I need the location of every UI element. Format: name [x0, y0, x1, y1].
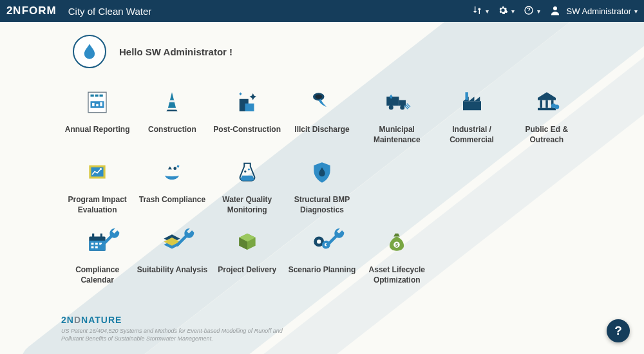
- greeting-text: Hello SW Administrator !: [119, 46, 232, 57]
- patent-text: US Patent 16/404,520 Systems and Methods…: [61, 327, 287, 342]
- chevron-down-icon: ▾: [511, 8, 515, 15]
- footer-brand: 2NDNATURE: [61, 315, 287, 325]
- help-icon: [524, 5, 534, 17]
- module-label: Post-Construction: [213, 125, 281, 135]
- help-bubble-label: ?: [614, 324, 622, 338]
- module-label: Structural BMP Diagnostics: [287, 195, 357, 215]
- svg-rect-38: [91, 247, 94, 248]
- module-trash-compliance[interactable]: Trash Compliance: [136, 159, 208, 215]
- brand-suffix: FORM: [22, 5, 57, 17]
- chart-card-icon: [84, 160, 110, 187]
- city-title: City of Clean Water: [68, 6, 152, 17]
- footer-brand-prefix: 2N: [61, 315, 74, 325]
- module-structural-bmp-diagnostics[interactable]: Structural BMP Diagnostics: [286, 159, 358, 215]
- svg-rect-11: [245, 104, 254, 111]
- module-label: Program Impact Evaluation: [62, 195, 133, 215]
- gear-icon: [498, 5, 508, 17]
- svg-rect-7: [92, 103, 95, 106]
- module-label: Public Ed & Outreach: [511, 125, 582, 145]
- wrench-badge-icon: [97, 225, 123, 252]
- pipe-discharge-icon: [307, 89, 337, 118]
- svg-rect-9: [100, 102, 103, 106]
- svg-point-25: [554, 105, 559, 109]
- svg-rect-30: [177, 165, 180, 168]
- svg-point-32: [248, 169, 250, 171]
- institution-people-icon: [532, 89, 562, 118]
- brand-logo: 2NFORM: [6, 5, 57, 17]
- module-program-impact-evaluation[interactable]: Program Impact Evaluation: [61, 159, 133, 215]
- svg-rect-14: [387, 97, 399, 106]
- greeting-row: Hello SW Administrator !: [61, 35, 583, 68]
- svg-point-43: [317, 240, 321, 244]
- svg-rect-20: [540, 100, 542, 108]
- module-suitability-analysis[interactable]: Suitability Analysis: [136, 229, 208, 285]
- package-icon: [234, 230, 260, 257]
- module-label: Municipal Maintenance: [361, 125, 432, 145]
- svg-rect-19: [465, 92, 468, 100]
- module-label: Scenario Planning: [289, 265, 356, 275]
- factory-icon: [457, 89, 487, 118]
- svg-point-13: [315, 95, 322, 99]
- user-icon: [549, 5, 561, 18]
- svg-text:$: $: [395, 243, 398, 248]
- traffic-cone-icon: [157, 89, 187, 118]
- module-project-delivery[interactable]: Project Delivery: [211, 229, 283, 285]
- help-menu[interactable]: ▾: [524, 5, 540, 17]
- svg-point-31: [244, 171, 246, 172]
- module-construction[interactable]: Construction: [136, 89, 208, 145]
- module-label: Trash Compliance: [139, 195, 205, 205]
- svg-rect-18: [463, 101, 481, 110]
- module-label: Annual Reporting: [65, 125, 130, 135]
- svg-rect-4: [95, 95, 99, 97]
- module-industrial-commercial[interactable]: Industrial / Commercial: [435, 89, 507, 145]
- svg-rect-15: [399, 100, 406, 106]
- module-public-ed-outreach[interactable]: Public Ed & Outreach: [511, 89, 583, 145]
- svg-point-17: [401, 105, 405, 109]
- module-label: Water Quality Monitoring: [212, 195, 283, 215]
- module-municipal-maintenance[interactable]: Municipal Maintenance: [361, 89, 433, 145]
- wrench-badge-icon: [172, 225, 198, 252]
- user-name-label: SW Administrator: [567, 6, 631, 16]
- sweeper-truck-icon: [382, 89, 412, 118]
- module-compliance-calendar[interactable]: Compliance Calendar: [61, 229, 133, 285]
- brand-prefix: 2N: [6, 5, 21, 17]
- svg-rect-40: [92, 234, 94, 238]
- report-icon: [82, 89, 112, 118]
- chevron-down-icon: ▾: [486, 8, 489, 15]
- footer: 2NDNATURE US Patent 16/404,520 Systems a…: [61, 315, 287, 342]
- svg-rect-8: [96, 104, 99, 107]
- module-asset-lifecycle-optimization[interactable]: $ Asset Lifecycle Optimization: [361, 229, 433, 285]
- svg-rect-21: [545, 100, 548, 108]
- svg-point-29: [174, 167, 177, 170]
- module-label: Illcit Discharge: [294, 125, 349, 135]
- wrench-badge-icon: [322, 225, 348, 252]
- svg-point-16: [389, 105, 393, 109]
- svg-rect-23: [538, 108, 556, 111]
- money-bag-icon: $: [384, 230, 410, 257]
- trash-icon: [159, 160, 185, 187]
- module-grid: Annual Reporting Construction Post-Const…: [61, 89, 583, 286]
- module-post-construction[interactable]: Post-Construction: [211, 89, 283, 145]
- sort-menu[interactable]: ▾: [472, 5, 489, 17]
- help-bubble-button[interactable]: ?: [607, 319, 630, 342]
- svg-rect-35: [91, 243, 94, 245]
- module-label: Project Delivery: [218, 265, 276, 275]
- shield-drop-icon: [309, 160, 335, 187]
- svg-rect-3: [91, 95, 94, 97]
- chevron-down-icon: ▾: [537, 8, 540, 15]
- settings-menu[interactable]: ▾: [498, 5, 515, 17]
- user-menu[interactable]: SW Administrator ▾: [549, 5, 638, 18]
- main-content: Hello SW Administrator ! Annual Reportin…: [0, 22, 644, 354]
- module-label: Suitability Analysis: [137, 265, 208, 275]
- svg-point-28: [100, 168, 102, 170]
- module-illicit-discharge[interactable]: Illcit Discharge: [286, 89, 358, 145]
- footer-brand-suffix: NATURE: [81, 315, 122, 325]
- module-scenario-planning[interactable]: Scenario Planning: [286, 229, 358, 285]
- module-water-quality-monitoring[interactable]: Water Quality Monitoring: [211, 159, 283, 215]
- module-annual-reporting[interactable]: Annual Reporting: [61, 89, 133, 145]
- footer-brand-mid: D: [74, 315, 81, 325]
- module-label: Industrial / Commercial: [437, 125, 507, 145]
- svg-point-1: [553, 6, 557, 10]
- module-label: Asset Lifecycle Optimization: [361, 265, 432, 285]
- building-sparkle-icon: [232, 89, 262, 118]
